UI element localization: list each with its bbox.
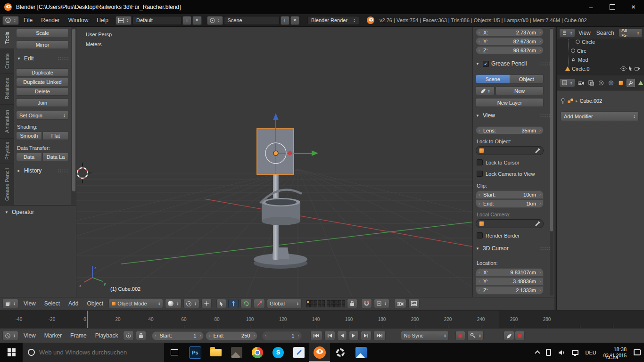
- pin-icon[interactable]: [561, 98, 565, 104]
- grease-pencil-checkbox[interactable]: [483, 61, 489, 67]
- layer-toggle[interactable]: [314, 304, 317, 307]
- menu-help[interactable]: Help: [92, 14, 113, 26]
- delete-layout-button[interactable]: [192, 16, 202, 25]
- tab-animation[interactable]: Animation: [0, 104, 14, 138]
- shade-smooth-button[interactable]: Smooth: [16, 132, 42, 140]
- layer-toggle[interactable]: [327, 304, 330, 307]
- gp-draw-button[interactable]: [476, 86, 495, 95]
- auto-keyframe-record-button[interactable]: [455, 331, 465, 340]
- delete-keyframe-button[interactable]: [515, 331, 525, 340]
- menu-window[interactable]: Window: [64, 14, 93, 26]
- lock-camera-checkbox[interactable]: [477, 171, 483, 177]
- layer-toggle[interactable]: [342, 300, 345, 304]
- manipulator-rotate-button[interactable]: [240, 299, 252, 308]
- play-reverse-button[interactable]: [337, 331, 347, 340]
- cursor-x-field[interactable]: X:9.83107cm: [476, 268, 544, 277]
- render-border-checkbox[interactable]: [477, 232, 483, 239]
- lock-time-toggle[interactable]: [136, 331, 146, 340]
- screen-layout-browse-button[interactable]: [116, 16, 132, 25]
- vp-menu-select[interactable]: Select: [41, 300, 63, 307]
- render-opengl-animation-button[interactable]: [408, 299, 420, 308]
- frame-start-field[interactable]: Start:1: [152, 331, 204, 340]
- layer-toggle[interactable]: [330, 300, 334, 304]
- taskbar-settings[interactable]: [330, 343, 351, 362]
- render-opengl-button[interactable]: [394, 299, 406, 308]
- taskbar-skype[interactable]: S: [268, 343, 289, 362]
- layer-toggle[interactable]: [306, 304, 310, 307]
- layer-toggle[interactable]: [318, 300, 321, 304]
- outliner-item-circle[interactable]: Circle: [576, 37, 595, 46]
- taskbar-blender[interactable]: [309, 343, 330, 362]
- render-border-row[interactable]: Render Border: [477, 232, 520, 239]
- tl-menu-frame[interactable]: Frame: [67, 332, 90, 339]
- transform-orientation-select[interactable]: Global: [267, 299, 302, 308]
- tab-physics[interactable]: Physics: [0, 138, 14, 164]
- panel-grip-icon[interactable]: [58, 57, 69, 61]
- scale-button[interactable]: Scale: [16, 29, 69, 37]
- cursor-y-field[interactable]: Y:-3.48836m: [476, 277, 544, 286]
- lock-to-scene-toggle[interactable]: [347, 299, 357, 308]
- tab-object-icon[interactable]: [617, 79, 625, 87]
- gp-scene-toggle[interactable]: Scene: [476, 74, 510, 83]
- renderable-camera-icon[interactable]: [635, 66, 641, 71]
- outliner-item-circ[interactable]: Circ: [571, 46, 586, 55]
- jump-to-end-button[interactable]: [373, 331, 386, 340]
- panel-grip-icon[interactable]: [58, 169, 69, 173]
- layer-toggle[interactable]: [322, 300, 325, 304]
- scene-browse-button[interactable]: [207, 16, 223, 25]
- taskbar-file-explorer[interactable]: [206, 343, 226, 362]
- editor-type-button[interactable]: [2, 299, 18, 308]
- history-panel-header[interactable]: History: [17, 167, 69, 174]
- timeline-ruler[interactable]: -40 -20 0 20 40 60 80 100 120 140 160 18…: [0, 310, 644, 328]
- layer-toggle[interactable]: [318, 304, 321, 307]
- mode-select[interactable]: Object Mode: [108, 299, 163, 308]
- layer-toggle[interactable]: [310, 304, 314, 307]
- outliner-scope-select[interactable]: All Sc: [619, 28, 642, 37]
- tray-network-button[interactable]: [569, 343, 582, 362]
- set-origin-dropdown[interactable]: Set Origin: [16, 111, 69, 120]
- pivot-point-select[interactable]: [183, 299, 199, 308]
- data-transfer-layout-button[interactable]: Data La: [42, 153, 69, 161]
- screen-layout-field[interactable]: Default: [132, 16, 182, 25]
- outliner-item-mod[interactable]: Mod: [571, 55, 588, 64]
- layer-toggle[interactable]: [338, 300, 341, 304]
- current-frame-field[interactable]: 1: [262, 331, 302, 340]
- x-axis-handle-icon[interactable]: [288, 151, 292, 156]
- delete-button[interactable]: Delete: [16, 87, 69, 96]
- pivot-align-toggle[interactable]: [201, 299, 212, 308]
- layer-toggle[interactable]: [314, 300, 317, 304]
- use-preview-range-toggle[interactable]: [123, 331, 134, 340]
- scene-field[interactable]: Scene: [224, 16, 280, 25]
- gp-object-toggle[interactable]: Object: [510, 74, 544, 83]
- transform-y-field[interactable]: Y:82.673cm: [476, 37, 544, 45]
- menu-file[interactable]: File: [19, 14, 37, 26]
- task-view-button[interactable]: [164, 343, 185, 362]
- jump-to-start-button[interactable]: [310, 331, 322, 340]
- duplicate-linked-button[interactable]: Duplicate Linked: [16, 78, 69, 86]
- vp-menu-object[interactable]: Object: [83, 300, 107, 307]
- tab-create[interactable]: Create: [0, 49, 14, 73]
- snap-toggle[interactable]: [361, 299, 372, 308]
- add-layout-button[interactable]: [182, 16, 191, 25]
- minimize-button[interactable]: [580, 0, 602, 14]
- previous-keyframe-button[interactable]: [324, 331, 335, 340]
- viewport-3d[interactable]: z y x User Persp Meters (1) Cube.002: [76, 27, 472, 297]
- delete-scene-button[interactable]: [290, 16, 300, 25]
- layer-toggle[interactable]: [327, 300, 330, 304]
- eyedropper-icon[interactable]: [535, 221, 540, 227]
- add-modifier-dropdown[interactable]: Add Modifier: [561, 111, 639, 121]
- tray-device-button[interactable]: [543, 343, 554, 362]
- outliner-menu-search[interactable]: Search: [594, 27, 617, 39]
- layer-toggle[interactable]: [342, 304, 345, 307]
- lock-camera-row[interactable]: Lock Camera to View: [477, 171, 535, 177]
- tl-menu-view[interactable]: View: [20, 332, 39, 339]
- outliner-item-circle0[interactable]: Circle.0: [565, 64, 641, 73]
- edit-panel-header[interactable]: Edit: [17, 55, 69, 62]
- menu-render[interactable]: Render: [37, 14, 64, 26]
- join-button[interactable]: Join: [16, 99, 69, 107]
- layer-toggle[interactable]: [330, 304, 334, 307]
- editor-type-button[interactable]: [2, 331, 18, 340]
- layer-toggle[interactable]: [338, 304, 341, 307]
- lock-object-field[interactable]: [476, 146, 544, 155]
- lens-field[interactable]: Lens:35mm: [476, 126, 544, 134]
